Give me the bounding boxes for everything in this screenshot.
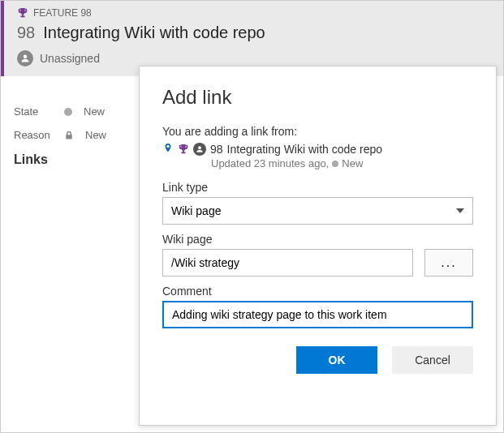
state-dot-icon: [64, 108, 72, 116]
dialog-title: Add link: [162, 86, 473, 109]
link-type-value: Wiki page: [171, 204, 221, 217]
link-source-item: 98 Integrating Wiki with code repo: [162, 143, 473, 156]
updated-text: Updated 23 minutes ago,: [211, 157, 329, 169]
status-dot-icon: [332, 161, 338, 167]
title-row: 98 Integrating Wiki with code repo: [17, 24, 490, 42]
pin-icon: [162, 144, 174, 155]
cancel-button[interactable]: Cancel: [392, 346, 473, 374]
browse-button[interactable]: ...: [424, 249, 473, 277]
chevron-down-icon: [456, 208, 464, 213]
work-item-title[interactable]: Integrating Wiki with code repo: [43, 24, 265, 42]
add-link-dialog: Add link You are adding a link from: 98 …: [139, 66, 497, 426]
work-item-id: 98: [17, 24, 35, 42]
person-icon: [193, 143, 206, 156]
wiki-page-label: Wiki page: [162, 233, 473, 246]
ok-button[interactable]: OK: [296, 346, 377, 374]
comment-label: Comment: [162, 285, 473, 298]
link-type-label: Link type: [162, 181, 473, 194]
left-panel: State New Reason New Links: [1, 94, 139, 178]
trophy-icon: [178, 144, 189, 155]
link-type-select[interactable]: Wiki page: [162, 197, 473, 225]
state-field[interactable]: State New: [14, 105, 126, 118]
source-item-id: 98: [210, 143, 223, 156]
status-text: New: [342, 157, 363, 169]
lock-icon: [64, 131, 74, 140]
feature-type-label: FEATURE 98: [33, 7, 92, 19]
dialog-buttons: OK Cancel: [162, 346, 473, 374]
source-item-meta: Updated 23 minutes ago, New: [211, 157, 473, 169]
state-value: New: [84, 105, 105, 118]
state-label: State: [14, 105, 53, 118]
trophy-icon: [17, 7, 28, 19]
feature-type-row: FEATURE 98: [17, 7, 490, 19]
reason-label: Reason: [14, 129, 53, 141]
person-icon: [17, 50, 33, 66]
svg-point-0: [24, 55, 28, 59]
reason-value: New: [85, 129, 106, 141]
reason-field[interactable]: Reason New: [14, 129, 126, 141]
assigned-row[interactable]: Unassigned: [17, 50, 490, 66]
svg-point-1: [198, 146, 201, 149]
source-item-title: Integrating Wiki with code repo: [227, 143, 382, 156]
assigned-label: Unassigned: [40, 52, 100, 65]
dialog-intro: You are adding a link from:: [162, 125, 473, 138]
links-heading: Links: [14, 152, 126, 167]
comment-input[interactable]: [162, 301, 473, 328]
wiki-page-input[interactable]: [162, 249, 413, 277]
